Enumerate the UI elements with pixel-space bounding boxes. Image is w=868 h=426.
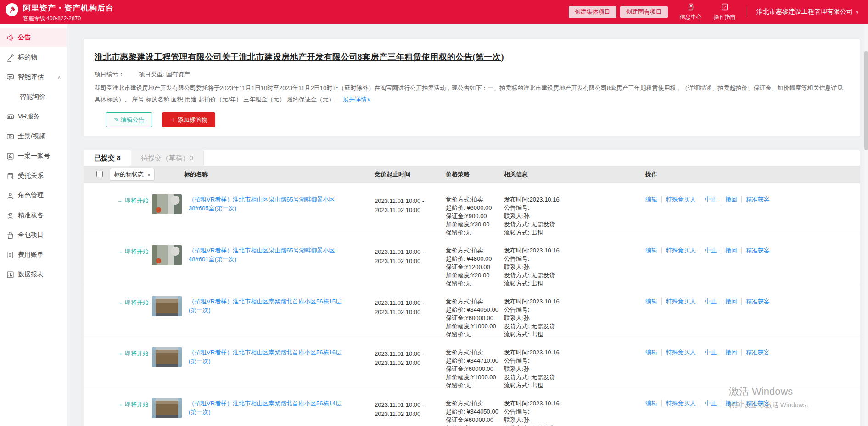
create-collective-project-button[interactable]: 创建集体项目 (569, 6, 616, 18)
info-line: 发货方式: 无需发货 (504, 424, 645, 426)
price-line: 加价幅度:¥1000.00 (446, 373, 504, 381)
price-strategy: 竞价方式:拍卖起始价: ¥344050.00保证金:¥60000.00加价幅度:… (446, 387, 504, 426)
video-icon (6, 133, 14, 140)
sidebar-item-vr-service[interactable]: VR服务 (0, 107, 67, 126)
price-line: 起始价: ¥344710.00 (446, 357, 504, 365)
tab-draft[interactable]: 待提交（草稿）0 (131, 150, 204, 166)
action-link[interactable]: 编辑 (645, 298, 661, 305)
select-all-checkbox[interactable] (96, 171, 103, 177)
info-line: 发布时间:2023.10.16 (504, 297, 645, 306)
expand-details-link[interactable]: 展开详情∨ (343, 96, 371, 103)
listing-title-link[interactable]: （招租VR看样）淮北市相山区南黎路北首府小区56栋14层(第一次) (189, 399, 347, 416)
announcement-meta: 项目编号： 项目类型: 国有资产 (95, 70, 849, 78)
price-line: 竞价方式:拍卖 (446, 247, 504, 255)
action-link[interactable]: 中止 (700, 298, 721, 305)
message-center-button[interactable]: 信息中心 (680, 3, 702, 21)
sidebar-item-smart-evaluation[interactable]: 智能评估∧ (0, 68, 67, 86)
account-company-name: 淮北市惠黎建设工程管理有限公司 (756, 8, 853, 16)
action-link[interactable]: 精准获客 (741, 247, 774, 254)
action-link[interactable]: 编辑 (645, 247, 661, 254)
sidebar-item-label: 数据报表 (18, 270, 44, 279)
info-line: 发货方式: 无需发货 (504, 322, 645, 331)
listing-thumbnail[interactable] (152, 245, 182, 265)
sidebar-item-case-account[interactable]: 一案一账号 (0, 147, 67, 165)
table-body: →即将开始 （招租VR看样）淮北市相山区泉山路65号湖畔御景小区38#605室(… (84, 183, 860, 426)
sidebar-item-label: 全景/视频 (18, 132, 45, 140)
info-line: 公告编号: (504, 306, 645, 314)
listing-thumbnail[interactable] (152, 347, 182, 367)
collapse-caret-icon[interactable]: ∧ (57, 74, 61, 80)
related-info: 发布时间:2023.10.16公告编号:联系人:孙发货方式: 无需发货流转方式:… (504, 234, 645, 285)
bid-period: 2023.11.01 10:00 - 2023.11.02 10:00 (375, 336, 446, 387)
row-actions: 编辑特殊竞买人中止撤回精准获客 (645, 387, 860, 426)
page-scrollbar[interactable] (864, 24, 868, 426)
action-link[interactable]: 特殊竞买人 (661, 196, 700, 203)
sidebar-item-announcements[interactable]: 公告 (0, 28, 67, 47)
action-link[interactable]: 特殊竞买人 (661, 400, 700, 407)
action-link[interactable]: 撤回 (721, 247, 741, 254)
table-row: →即将开始 （招租VR看样）淮北市相山区南黎路北首府小区56栋15层(第一次) … (84, 285, 860, 336)
status-arrow-icon: → (117, 350, 123, 357)
table-header: 标的物状态 ∨ 标的名称 竞价起止时间 价格策略 相关信息 操作 (84, 166, 860, 183)
action-link[interactable]: 撤回 (721, 400, 741, 407)
action-link[interactable]: 中止 (700, 196, 721, 203)
announcement-title: 淮北市惠黎建设工程管理有限公司关于淮北市建设房地产开发有限公司8套房产三年租赁使… (95, 51, 849, 62)
edit-announcement-button[interactable]: ✎ 编辑公告 (106, 112, 152, 127)
svg-text:?: ? (723, 5, 726, 9)
action-link[interactable]: 精准获客 (741, 196, 774, 203)
price-line: 起始价: ¥4800.00 (446, 255, 504, 263)
price-line: 保证金:¥900.00 (446, 212, 504, 220)
column-price-strategy: 价格策略 (446, 170, 504, 179)
listing-thumbnail[interactable] (152, 194, 182, 214)
question-icon: ? (721, 3, 728, 12)
sidebar-item-label: 精准获客 (18, 211, 44, 219)
sidebar-item-full-package[interactable]: 全包项目 (0, 226, 67, 244)
action-link[interactable]: 特殊竞买人 (661, 349, 700, 356)
action-link[interactable]: 中止 (700, 400, 721, 407)
action-link[interactable]: 撤回 (721, 298, 741, 305)
listing-title-link[interactable]: （招租VR看样）淮北市相山区泉山路65号湖畔御景小区48#601室(第一次) (189, 246, 347, 263)
price-line: 竞价方式:拍卖 (446, 399, 504, 408)
sidebar-item-precise-leads[interactable]: 精准获客 (0, 206, 67, 224)
action-link[interactable]: 编辑 (645, 400, 661, 407)
create-stateowned-project-button[interactable]: 创建国有项目 (620, 6, 668, 18)
action-link[interactable]: 撤回 (721, 349, 741, 356)
sidebar-item-listings[interactable]: 标的物 (0, 48, 67, 67)
sidebar-item-panorama-video[interactable]: 全景/视频 (0, 127, 67, 146)
sidebar-item-data-reports[interactable]: 数据报表 (0, 265, 67, 284)
listing-title-link[interactable]: （招租VR看样）淮北市相山区南黎路北首府小区56栋16层(第一次) (189, 348, 347, 365)
scrollbar-thumb[interactable] (864, 51, 868, 150)
table-row: →即将开始 （招租VR看样）淮北市相山区南黎路北首府小区56栋16层(第一次) … (84, 336, 860, 387)
status-badge: →即将开始 (109, 285, 152, 336)
row-actions: 编辑特殊竞买人中止撤回精准获客 (645, 234, 860, 285)
action-link[interactable]: 精准获客 (741, 349, 774, 356)
message-icon (687, 3, 694, 12)
action-link[interactable]: 精准获客 (741, 400, 774, 407)
listings-panel: 已提交 8 待提交（草稿）0 标的物状态 ∨ 标的名称 竞价起止时间 价格策略 … (84, 150, 860, 426)
listing-title-link[interactable]: （招租VR看样）淮北市相山区南黎路北首府小区56栋15层(第一次) (189, 297, 347, 314)
listing-thumbnail[interactable] (152, 296, 182, 316)
sidebar-item-smart-inquiry[interactable]: 智能询价 (0, 88, 67, 106)
tab-submitted[interactable]: 已提交 8 (84, 150, 131, 166)
action-link[interactable]: 编辑 (645, 196, 661, 203)
listing-thumbnail[interactable] (152, 398, 182, 418)
action-link[interactable]: 中止 (700, 349, 721, 356)
action-link[interactable]: 中止 (700, 247, 721, 254)
header-divider (747, 6, 747, 18)
add-listing-button[interactable]: ＋ 添加标的物 (162, 112, 215, 127)
account-menu[interactable]: 淮北市惠黎建设工程管理有限公司 ∨ (756, 8, 859, 16)
action-link[interactable]: 撤回 (721, 196, 741, 203)
sidebar-item-billing[interactable]: 费用账单 (0, 246, 67, 264)
status-filter-select[interactable]: 标的物状态 ∨ (110, 168, 155, 181)
sidebar-item-entrust-relation[interactable]: 受托关系 (0, 167, 67, 185)
action-link[interactable]: 编辑 (645, 349, 661, 356)
info-line: 公告编号: (504, 357, 645, 365)
action-link[interactable]: 精准获客 (741, 298, 774, 305)
guide-button[interactable]: ? 操作指南 (714, 3, 736, 21)
sidebar-item-role-management[interactable]: 角色管理 (0, 186, 67, 205)
action-link[interactable]: 特殊竞买人 (661, 247, 700, 254)
service-hotline: 客服专线 400-822-2870 (23, 15, 114, 22)
action-link[interactable]: 特殊竞买人 (661, 298, 700, 305)
listing-title-link[interactable]: （招租VR看样）淮北市相山区泉山路65号湖畔御景小区38#605室(第一次) (189, 195, 347, 213)
column-actions: 操作 (645, 170, 860, 179)
